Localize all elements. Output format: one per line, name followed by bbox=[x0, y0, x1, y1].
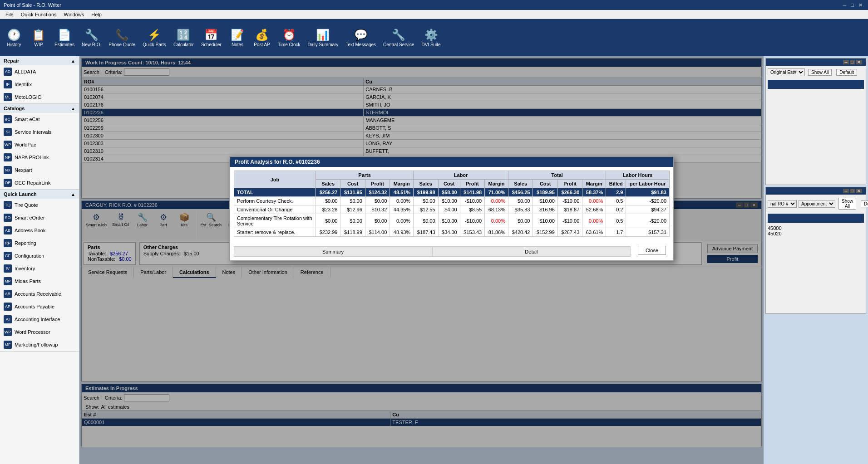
summary-button[interactable]: Summary bbox=[234, 247, 432, 257]
central-service-icon: 🔧 bbox=[392, 29, 405, 41]
close-window-button[interactable]: ✕ bbox=[857, 2, 864, 8]
wp-icon: WP bbox=[4, 328, 12, 336]
rp2-dropdown-1[interactable]: nal RO # bbox=[768, 200, 797, 208]
toolbar-time-clock[interactable]: ⏰ Time Clock bbox=[275, 22, 303, 54]
toolbar-daily-summary[interactable]: 📊 Daily Summary bbox=[305, 22, 341, 54]
dvi-suite-icon: ⚙️ bbox=[424, 29, 438, 41]
toolbar-new-ro[interactable]: 🔧 New R.O. bbox=[79, 22, 104, 54]
total-labor-sales: $199.98 bbox=[414, 188, 438, 197]
rp2-default[interactable]: Default bbox=[861, 200, 868, 207]
sidebar-item-accounts-receivable[interactable]: AR Accounts Receivable bbox=[0, 288, 79, 300]
rp1-minimize[interactable]: ─ bbox=[843, 60, 848, 64]
sidebar-header-quick-launch[interactable]: Quick Launch ▲ bbox=[0, 190, 79, 199]
toolbar-history[interactable]: 🕐 History bbox=[3, 22, 25, 54]
total-labor-cost: $58.00 bbox=[438, 188, 460, 197]
close-modal-button[interactable]: Close bbox=[638, 246, 666, 255]
rp1-dropdown[interactable]: Original Est# bbox=[768, 68, 805, 76]
rp2-values: 45000 45020 bbox=[766, 224, 866, 238]
sidebar-item-oec[interactable]: OE OEC RepairLink bbox=[0, 176, 79, 189]
sub-parts-sales: Sales bbox=[316, 180, 340, 188]
total-parts-cost: $131.95 bbox=[340, 188, 365, 197]
sidebar-item-marketing[interactable]: MF Marketing/Followup bbox=[0, 338, 79, 351]
modal-footer: Summary Detail Close bbox=[230, 240, 673, 260]
toolbar-wip[interactable]: 📋 WIP bbox=[27, 22, 50, 54]
sidebar-item-accounts-payable[interactable]: AP Accounts Payable bbox=[0, 300, 79, 313]
toolbar-post-ap[interactable]: 💰 Post AP bbox=[251, 22, 273, 54]
main-area: Repair ▲ AD ALLDATA IF Identifix ML Moto… bbox=[0, 56, 868, 464]
minimize-button[interactable]: ─ bbox=[841, 2, 848, 8]
service-intervals-icon: SI bbox=[4, 128, 12, 136]
rp2-blue-bar bbox=[768, 214, 864, 223]
sidebar-item-tire-quote[interactable]: TQ Tire Quote bbox=[0, 199, 79, 211]
total-row: TOTAL $256.27 $131.95 $124.32 48.51% $19… bbox=[234, 188, 670, 197]
notes-icon: 📝 bbox=[231, 29, 244, 41]
sidebar-item-inventory[interactable]: IV Inventory bbox=[0, 262, 79, 275]
rp2-maximize[interactable]: □ bbox=[850, 189, 855, 193]
menu-quick-functions[interactable]: Quick Functions bbox=[17, 11, 60, 18]
sidebar-item-smart-eorder[interactable]: SO Smart eOrder bbox=[0, 211, 79, 224]
sidebar-item-motologic[interactable]: ML MotoLOGIC bbox=[0, 91, 79, 103]
sub-parts-cost: Cost bbox=[340, 180, 365, 188]
sub-total-margin: Margin bbox=[582, 180, 606, 188]
smart-eorder-icon: SO bbox=[4, 214, 12, 222]
toolbar-text-messages[interactable]: 💬 Text Messages bbox=[343, 22, 379, 54]
total-parts-profit: $124.32 bbox=[365, 188, 390, 197]
new-ro-icon: 🔧 bbox=[85, 29, 99, 41]
toolbar-dvi-suite[interactable]: ⚙️ DVI Suite bbox=[419, 22, 443, 54]
rp2-show-all[interactable]: Show All bbox=[838, 198, 856, 210]
toolbar-estimates[interactable]: 📄 Estimates bbox=[52, 22, 77, 54]
right-panel-2-header: ─ □ ✕ bbox=[766, 187, 866, 195]
sidebar-item-accounting-interface[interactable]: AI Accounting Interface bbox=[0, 313, 79, 326]
rp2-dropdown-2[interactable]: Appointment bbox=[799, 200, 835, 208]
sub-labor-sales: Sales bbox=[414, 180, 438, 188]
text-messages-icon: 💬 bbox=[354, 29, 368, 41]
sidebar-header-catalogs[interactable]: Catalogs ▲ bbox=[0, 104, 79, 113]
sidebar-item-alldata[interactable]: AD ALLDATA bbox=[0, 65, 79, 78]
sidebar-item-word-processor[interactable]: WP Word Processor bbox=[0, 326, 79, 338]
detail-button[interactable]: Detail bbox=[432, 247, 631, 257]
table-row: Conventional Oil Change $23.28 $12.96 $1… bbox=[234, 205, 670, 214]
rp2-close[interactable]: ✕ bbox=[856, 189, 862, 193]
rp1-close[interactable]: ✕ bbox=[856, 60, 862, 64]
toolbar-quick-parts[interactable]: ⚡ Quick Parts bbox=[140, 22, 169, 54]
sidebar-item-identifix[interactable]: IF Identifix bbox=[0, 78, 79, 91]
sidebar-item-midas-parts[interactable]: MP Midas Parts bbox=[0, 275, 79, 288]
toolbar-calculator[interactable]: 🔢 Calculator bbox=[171, 22, 197, 54]
sub-labor-cost: Cost bbox=[438, 180, 460, 188]
reporting-icon: RP bbox=[4, 239, 12, 247]
toolbar-phone-quote[interactable]: 📞 Phone Quote bbox=[106, 22, 138, 54]
sidebar-item-smart-ecat[interactable]: eC Smart eCat bbox=[0, 113, 79, 126]
toolbar-scheduler[interactable]: 📅 Scheduler bbox=[198, 22, 224, 54]
menu-file[interactable]: File bbox=[2, 11, 17, 18]
col-total-header: Total bbox=[508, 171, 606, 180]
ap-icon: AP bbox=[4, 303, 12, 311]
sidebar-header-repair[interactable]: Repair ▲ bbox=[0, 56, 79, 65]
right-panel-1: ─ □ ✕ Original Est# Show All Default bbox=[765, 58, 866, 185]
sidebar-item-worldpac[interactable]: WP WorldPac bbox=[0, 138, 79, 151]
col-labor-hours-header: Labor Hours bbox=[606, 171, 670, 180]
toolbar-notes[interactable]: 📝 Notes bbox=[226, 22, 249, 54]
napa-icon: NP bbox=[4, 153, 12, 161]
maximize-button[interactable]: □ bbox=[849, 2, 856, 8]
menu-windows[interactable]: Windows bbox=[60, 11, 88, 18]
toolbar-central-service[interactable]: 🔧 Central Service bbox=[380, 22, 417, 54]
rp1-show-all[interactable]: Show All bbox=[808, 69, 832, 76]
rp1-default[interactable]: Default bbox=[836, 69, 857, 76]
sidebar-item-address-book[interactable]: AB Address Book bbox=[0, 224, 79, 237]
ar-icon: AR bbox=[4, 290, 12, 298]
sidebar-item-reporting[interactable]: RP Reporting bbox=[0, 237, 79, 249]
sidebar-item-configuration[interactable]: CF Configuration bbox=[0, 249, 79, 262]
rp2-minimize[interactable]: ─ bbox=[843, 189, 848, 193]
total-gross-per-hour: $91.83 bbox=[626, 188, 670, 197]
sidebar-item-napa[interactable]: NP NAPA PROLink bbox=[0, 151, 79, 164]
right-panel-1-controls: ─ □ ✕ bbox=[843, 60, 862, 64]
total-labor-margin: 71.00% bbox=[485, 188, 508, 197]
rp1-maximize[interactable]: □ bbox=[850, 60, 855, 64]
total-parts-sales: $256.27 bbox=[316, 188, 340, 197]
sidebar-item-service-intervals[interactable]: SI Service Intervals bbox=[0, 126, 79, 138]
menu-help[interactable]: Help bbox=[88, 11, 105, 18]
midas-parts-icon: MP bbox=[4, 277, 12, 285]
total-margin: 58.37% bbox=[582, 188, 606, 197]
sidebar-item-nexpart[interactable]: NX Nexpart bbox=[0, 164, 79, 176]
menu-bar: File Quick Functions Windows Help bbox=[0, 10, 868, 19]
